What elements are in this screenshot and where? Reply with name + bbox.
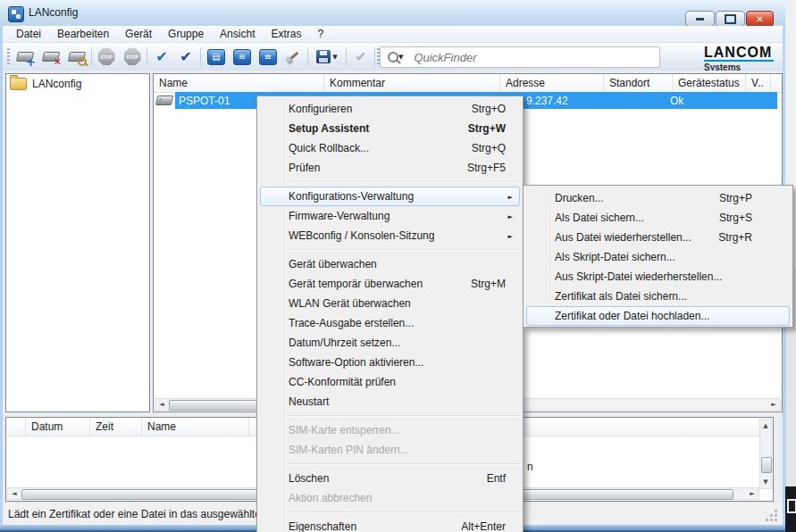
scroll-down-icon[interactable]: ▼ bbox=[760, 477, 771, 487]
menu-geraet[interactable]: Gerät bbox=[117, 27, 160, 42]
column-header-adresse[interactable]: Adresse bbox=[500, 74, 604, 92]
menu-bearbeiten[interactable]: Bearbeiten bbox=[49, 27, 117, 42]
device-status: Ok bbox=[670, 95, 683, 107]
scroll-up-icon[interactable]: ▲ bbox=[760, 420, 771, 431]
menu-gruppe[interactable]: Gruppe bbox=[160, 27, 212, 42]
menu-item-pruefen[interactable]: PrüfenStrg+F5 bbox=[260, 158, 520, 178]
konfigurations-verwaltung-submenu: Drucken...Strg+P Als Datei sichern...Str… bbox=[523, 185, 793, 328]
menu-item-datum-uhrzeit[interactable]: Datum/Uhrzeit setzen... bbox=[260, 333, 520, 353]
disabled-check-icon: ✔ bbox=[355, 48, 366, 65]
scrollbar-thumb[interactable] bbox=[761, 457, 772, 473]
minimize-icon bbox=[696, 18, 704, 21]
log-column-datum[interactable]: Datum bbox=[26, 418, 90, 436]
menu-help[interactable]: ? bbox=[309, 27, 331, 42]
tree-item-lanconfig[interactable]: LANconfig bbox=[6, 74, 149, 90]
menu-item-loeschen[interactable]: LöschenEntf bbox=[260, 469, 520, 488]
menu-item-geraet-temporaer-ueberwachen[interactable]: Gerät temporär überwachenStrg+M bbox=[260, 274, 520, 294]
save-icon bbox=[316, 50, 331, 63]
background-taskbar-fragment bbox=[785, 486, 796, 532]
device-name: PSPOT-01 bbox=[179, 95, 230, 107]
menu-item-software-option[interactable]: Software-Option aktivieren... bbox=[260, 353, 520, 372]
submenu-item-zertifikat-als-datei-sichern[interactable]: Zertifikat als Datei sichern... bbox=[526, 287, 790, 306]
minimize-button[interactable] bbox=[685, 11, 715, 27]
add-device-button[interactable]: + bbox=[13, 46, 37, 68]
wlan-config-button[interactable]: ≋ bbox=[230, 46, 254, 68]
menu-item-konfigurations-verwaltung[interactable]: Konfigurations-Verwaltung bbox=[260, 187, 520, 206]
menu-item-konfigurieren[interactable]: KonfigurierenStrg+O bbox=[260, 99, 520, 119]
toolbar-separator bbox=[374, 47, 375, 66]
toolbar-separator bbox=[307, 47, 308, 66]
delete-device-button[interactable]: ✕ bbox=[39, 46, 63, 68]
submenu-item-aus-datei-wiederherstellen[interactable]: Aus Datei wiederherstellen...Strg+R bbox=[526, 228, 790, 247]
find-device-button[interactable] bbox=[65, 46, 88, 68]
column-header-name[interactable]: Name bbox=[154, 74, 324, 92]
submenu-item-als-skript-datei-sichern[interactable]: Als Skript-Datei sichern... bbox=[526, 247, 790, 267]
save-dropdown-arrow-icon[interactable]: ▼ bbox=[332, 54, 337, 61]
log-column-name[interactable]: Name bbox=[142, 418, 249, 436]
stop-all-icon: STOP bbox=[124, 48, 141, 65]
configure-button[interactable]: ▤ bbox=[205, 46, 228, 68]
column-header-kommentar[interactable]: Kommentar bbox=[324, 74, 500, 92]
check-all-button[interactable]: ✔ bbox=[174, 46, 197, 68]
stop-icon: STOP bbox=[98, 48, 115, 65]
device-address: 9.237.42 bbox=[526, 95, 568, 107]
window-title: LANconfig bbox=[29, 6, 78, 19]
submenu-item-aus-skript-datei-wiederherstellen[interactable]: Aus Skript-Datei wiederherstellen... bbox=[526, 267, 790, 287]
log-column-zeit[interactable]: Zeit bbox=[90, 418, 142, 436]
statusbar-text: Lädt ein Zertifikat oder eine Datei in d… bbox=[8, 508, 261, 520]
submenu-item-als-datei-sichern[interactable]: Als Datei sichern...Strg+S bbox=[526, 208, 790, 228]
check-icon: ✔ bbox=[155, 48, 167, 65]
scroll-right-icon[interactable]: ► bbox=[747, 488, 758, 499]
menu-item-geraet-ueberwachen[interactable]: Gerät überwachen bbox=[260, 254, 520, 274]
resize-grip[interactable] bbox=[767, 511, 777, 521]
scroll-right-icon[interactable]: ► bbox=[768, 399, 779, 410]
menu-extras[interactable]: Extras bbox=[263, 27, 309, 42]
tools-button[interactable] bbox=[281, 46, 305, 68]
log-column-blank bbox=[6, 418, 26, 436]
maximize-button[interactable] bbox=[716, 11, 745, 27]
folder-tree-panel: LANconfig bbox=[5, 73, 150, 412]
menu-item-neustart[interactable]: Neustart bbox=[260, 392, 520, 411]
menu-item-eigenschaften[interactable]: EigenschaftenAlt+Enter bbox=[260, 517, 520, 532]
log-vscrollbar[interactable]: ▲ ▼ bbox=[759, 419, 772, 489]
save-button[interactable]: ▼ bbox=[312, 46, 342, 68]
scrollbar-thumb[interactable] bbox=[169, 400, 262, 411]
menu-item-firmware-verwaltung[interactable]: Firmware-Verwaltung bbox=[260, 206, 520, 226]
menu-item-cc-konformitaet[interactable]: CC-Konformität prüfen bbox=[260, 372, 520, 392]
column-header-standort[interactable]: Standort bbox=[604, 74, 673, 92]
submenu-item-zertifikat-oder-datei-hochladen[interactable]: Zertifikat oder Datei hochladen... bbox=[526, 306, 790, 326]
menu-item-quick-rollback[interactable]: Quick Rollback...Strg+Q bbox=[260, 138, 520, 158]
device-icon bbox=[155, 96, 173, 105]
check-all-icon: ✔ bbox=[180, 48, 191, 65]
titlebar[interactable]: LANconfig ✕ bbox=[0, 0, 785, 27]
menu-item-webconfig-konsole[interactable]: WEBconfig / Konsolen-Sitzung bbox=[260, 226, 520, 245]
menu-datei[interactable]: Datei bbox=[8, 27, 49, 42]
quickfinder-input[interactable] bbox=[412, 50, 659, 65]
tree-item-label: LANconfig bbox=[32, 78, 81, 90]
scroll-left-icon[interactable]: ◄ bbox=[9, 488, 20, 499]
screen: LANconfig ✕ Datei Bearbeiten Gerät Grupp… bbox=[0, 0, 796, 532]
toolbar-separator bbox=[346, 47, 347, 66]
offline-check-button[interactable]: ✔ bbox=[349, 46, 373, 68]
search-options-arrow-icon[interactable]: ▼ bbox=[398, 54, 403, 61]
menu-ansicht[interactable]: Ansicht bbox=[212, 27, 263, 42]
menu-item-setup-assistent[interactable]: Setup AssistentStrg+W bbox=[260, 119, 520, 138]
window-frame-left bbox=[0, 26, 3, 525]
column-header-v[interactable]: V.. bbox=[746, 74, 771, 92]
menu-item-trace-ausgabe[interactable]: Trace-Ausgabe erstellen... bbox=[260, 313, 520, 333]
quickfinder-box: ▼ bbox=[380, 46, 660, 68]
wlan-icon: ≋ bbox=[233, 49, 251, 65]
toolbar-gripper[interactable] bbox=[7, 48, 10, 65]
menu-item-wlan-geraet-ueberwachen[interactable]: WLAN Gerät überwachen bbox=[260, 294, 520, 313]
scroll-left-icon[interactable]: ◄ bbox=[156, 399, 167, 410]
column-header-geraetestatus[interactable]: Gerätestatus bbox=[673, 74, 746, 92]
toolbar-separator bbox=[147, 47, 147, 66]
stop-all-button[interactable]: STOP bbox=[121, 46, 144, 68]
stop-action-button[interactable]: STOP bbox=[95, 46, 118, 68]
maximize-icon bbox=[725, 14, 736, 24]
menu-separator bbox=[287, 415, 521, 417]
close-button[interactable]: ✕ bbox=[746, 11, 774, 27]
check-device-button[interactable]: ✔ bbox=[150, 46, 173, 68]
submenu-item-drucken[interactable]: Drucken...Strg+P bbox=[526, 188, 790, 208]
console-session-button[interactable]: ≡ bbox=[256, 46, 280, 68]
